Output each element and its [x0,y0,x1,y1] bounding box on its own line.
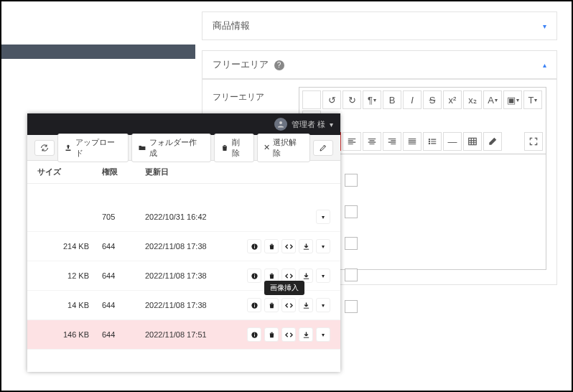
highlight-icon[interactable]: ▣▾ [503,90,522,109]
svg-rect-9 [65,149,70,150]
panel-product-info[interactable]: 商品情報 [202,11,557,40]
svg-point-5 [429,141,429,141]
fm-column-headers: サイズ 権限 更新日 [27,161,340,184]
cell-size: 214 KB [37,242,102,251]
edit-button[interactable] [313,140,333,156]
chevron-up-icon [543,61,546,69]
table-row[interactable]: 214 KB6442022/11/08 17:38▾ [27,232,340,261]
page-canvas: 商品情報 フリーエリア ? フリーエリア ↺↻¶▾BISx²x₂A▾▣▾T▾🔗— [0,0,573,392]
cell-actions: ▾ [246,239,330,253]
table-icon[interactable] [463,132,482,151]
cell-actions: ▾ [246,327,330,342]
fm-toolbar: アップロード フォルダー作成 削除 ✕ 選択解除 [27,135,340,161]
fm-rows: 7052022/10/31 16:42▾214 KB6442022/11/08 … [27,184,340,372]
row-menu-caret[interactable]: ▾ [316,269,330,283]
delete-button[interactable]: 削除 [214,134,254,162]
panel-title: 商品情報 [213,19,250,32]
download-icon[interactable] [299,239,313,253]
cell-perm: 705 [102,213,145,221]
user-role-label: 管理者 様 [292,119,325,130]
cell-actions: ▾画像挿入 [246,298,330,312]
embed-code-icon[interactable] [281,239,296,253]
avatar-icon [274,118,287,131]
checkbox-outline[interactable] [345,269,358,281]
align-left-icon[interactable] [343,132,361,151]
tooltip-image-insert: 画像挿入 [264,281,304,295]
col-perm[interactable]: 権限 [102,167,145,177]
cell-perm: 644 [102,271,145,280]
file-manager-popup: 管理者 様 ▾ アップロード フォルダー作成 削除 ✕ 選択解除 [27,113,340,372]
embed-code-icon[interactable] [281,327,296,342]
align-center-icon[interactable] [363,132,381,151]
table-row[interactable]: 7052022/10/31 16:42▾ [27,202,340,232]
deselect-button[interactable]: ✕ 選択解除 [257,134,311,162]
cell-size: 146 KB [37,330,102,339]
panel-title: フリーエリア ? [213,58,284,71]
refresh-button[interactable] [34,140,55,156]
user-menu-dropdown[interactable]: ▾ [330,121,333,129]
sidebar-stub [1,45,195,59]
embed-code-icon[interactable] [281,298,296,312]
col-updated[interactable]: 更新日 [145,167,246,177]
row-menu-caret[interactable]: ▾ [316,298,330,312]
cell-perm: 644 [102,301,145,309]
superscript-icon[interactable]: x² [443,90,462,109]
subscript-icon[interactable]: x₂ [463,90,482,109]
list-ul-icon[interactable] [423,132,442,151]
align-right-icon[interactable] [383,132,401,151]
close-icon: ✕ [264,143,270,152]
chevron-down-icon [543,22,546,30]
help-icon[interactable]: ? [274,60,284,70]
row-menu-caret[interactable]: ▾ [316,239,330,253]
info-icon[interactable] [247,269,261,283]
undo-icon[interactable]: ↺ [322,90,341,109]
cell-updated: 2022/11/08 17:38 [145,271,246,280]
trash-icon[interactable] [264,239,279,253]
hr-icon[interactable]: — [443,132,462,151]
paragraph-icon[interactable]: ¶▾ [363,90,381,109]
svg-rect-7 [469,138,477,144]
fontcase-icon[interactable]: T▾ [523,90,542,109]
checkbox-outline[interactable] [345,174,358,187]
trash-icon[interactable] [264,327,279,342]
panel-free-area[interactable]: フリーエリア ? [202,50,557,79]
background-accordion-checkboxes [345,174,359,313]
row-menu-caret[interactable]: ▾ [316,210,330,224]
fullscreen-icon[interactable] [524,132,543,151]
cell-actions: ▾ [246,210,330,224]
cell-size: 12 KB [37,271,102,280]
info-icon[interactable] [247,298,261,312]
italic-icon[interactable]: I [403,90,421,109]
svg-point-4 [429,139,429,140]
strike-icon[interactable]: S [423,90,442,109]
upload-button[interactable]: アップロード [57,134,129,162]
checkbox-outline[interactable] [345,205,358,218]
row-menu-caret[interactable]: ▾ [316,327,330,342]
align-justify-icon[interactable] [403,132,421,151]
download-icon[interactable] [299,298,313,312]
info-icon[interactable] [247,327,261,342]
cell-updated: 2022/11/08 17:38 [145,301,246,309]
cell-updated: 2022/11/08 17:51 [145,330,246,339]
info-icon[interactable] [247,239,261,253]
cell-perm: 644 [102,330,145,339]
fm-titlebar: 管理者 様 ▾ [27,113,340,135]
cell-updated: 2022/11/08 17:38 [145,242,246,251]
bold-icon[interactable]: B [383,90,401,109]
svg-point-6 [429,143,429,144]
code-icon[interactable] [302,90,321,109]
download-icon[interactable] [299,327,313,342]
table-row[interactable]: 146 KB6442022/11/08 17:51▾ [27,320,340,350]
col-size[interactable]: サイズ [37,167,102,177]
checkbox-outline[interactable] [345,237,358,250]
redo-icon[interactable]: ↻ [343,90,361,109]
cell-size: 14 KB [37,301,102,309]
checkbox-outline[interactable] [345,300,358,313]
svg-point-8 [279,121,282,124]
trash-icon[interactable] [264,298,279,312]
table-row[interactable]: 14 KB6442022/11/08 17:38▾画像挿入 [27,291,340,320]
fontcolor-icon[interactable]: A▾ [483,90,502,109]
cell-perm: 644 [102,242,145,251]
new-folder-button[interactable]: フォルダー作成 [131,134,210,162]
eraser-icon[interactable] [483,132,502,151]
